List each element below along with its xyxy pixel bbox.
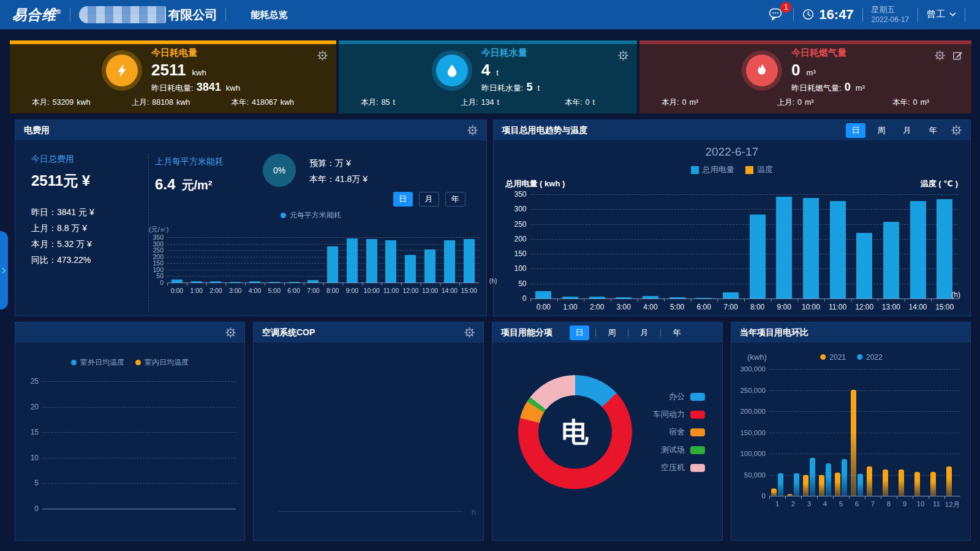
bar: [776, 197, 792, 298]
right-axis-label: 温度 ( ℃ ): [921, 178, 958, 189]
messages-button[interactable]: 1: [769, 8, 782, 21]
sqm-energy-value: 6.4: [155, 176, 175, 192]
kpi-value-row: 0m³: [791, 61, 865, 80]
chart-plot-row: 350300250200150100500: [146, 237, 479, 283]
nav-item-energy-overview[interactable]: 能耗总览: [251, 9, 287, 21]
bar: [307, 280, 318, 283]
edit-icon[interactable]: [952, 50, 963, 61]
user-name: 曾工: [927, 9, 945, 20]
tab-月[interactable]: 月: [419, 192, 439, 207]
kpi-stat-value: 0: [797, 98, 802, 107]
gear-icon[interactable]: [951, 125, 962, 135]
clock-icon: [802, 9, 814, 20]
mom-grouped-bar-chart: 300,000250,000200,000150,000100,00050,00…: [735, 369, 960, 509]
x-tick-label: 8:00: [323, 287, 342, 294]
tab-年[interactable]: 年: [445, 192, 466, 207]
kpi-yesterday-label: 昨日耗电量:: [151, 83, 194, 94]
cost-stat-row: 昨日：3841 元 ¥: [31, 204, 148, 220]
x-unit-label: (h): [951, 291, 960, 299]
gear-icon[interactable]: [467, 125, 478, 135]
chart-plot-row: 300,000250,000200,000150,000100,00050,00…: [735, 369, 960, 496]
bar-group: [835, 369, 847, 496]
x-tick-label: 5: [833, 500, 849, 509]
x-tick-label: 12月: [944, 500, 960, 509]
legend-label: 总用电量: [703, 164, 734, 175]
company-suffix: 有限公司: [168, 7, 217, 23]
tab-年[interactable]: 年: [667, 325, 687, 340]
legend-label: 空压机: [661, 462, 685, 473]
kpi-title: 今日耗燃气量: [791, 47, 865, 59]
tab-日[interactable]: 日: [393, 192, 413, 207]
x-tick-label: 7:00: [717, 303, 744, 311]
legend-item-总用电量: 总用电量: [691, 164, 734, 175]
kpi-stat: 本月:85t: [361, 97, 398, 108]
bar-2022: [858, 474, 863, 496]
gear-icon[interactable]: [935, 50, 945, 61]
x-tick-label: 1: [769, 500, 785, 509]
gridline: [530, 298, 959, 299]
y-tick-label: 150,000: [740, 429, 766, 436]
budget-label: 预算：万 ¥: [309, 155, 368, 171]
kpi-stat-label: 本月:: [32, 98, 49, 107]
bar-2021: [771, 488, 777, 496]
x-tick-label: 1:00: [187, 287, 206, 294]
gridline: [769, 496, 960, 496]
drawer-expand-handle[interactable]: [0, 231, 8, 310]
kpi-yesterday-value: 3841: [197, 81, 221, 94]
kpi-stat: 本年:0m³: [892, 97, 932, 108]
temperature-legend: 室外日均温度室内日均温度: [15, 357, 244, 368]
bar: [288, 282, 300, 283]
x-tick-label: 10:00: [797, 303, 824, 311]
y-tick-label: 10: [31, 454, 39, 462]
bar: [269, 282, 280, 283]
x-tick-label: 1:00: [557, 303, 584, 311]
kpi-yesterday: 昨日耗电量:3841kwh: [151, 81, 240, 94]
gear-icon[interactable]: [317, 50, 328, 61]
gear-icon[interactable]: [464, 327, 475, 338]
legend-item-元每平方米能耗: 元每平方米能耗: [281, 210, 341, 221]
gridline: [42, 509, 236, 509]
kpi-actions: [618, 50, 628, 61]
tab-年[interactable]: 年: [923, 123, 943, 138]
bar: [210, 281, 221, 283]
tab-月[interactable]: 月: [635, 325, 654, 340]
tab-周[interactable]: 周: [602, 325, 622, 340]
notification-badge: 1: [780, 2, 791, 13]
kpi-stats-row: 本月:53209kwh上月:88108kwh本年:418067kwh: [10, 97, 336, 108]
plot-area: [167, 237, 479, 283]
gear-icon[interactable]: [225, 327, 236, 338]
bar: [616, 297, 631, 298]
budget-year-value: 本年：41.8万 ¥: [309, 171, 368, 187]
x-tick-label: 2:00: [584, 303, 611, 311]
bar: [643, 296, 658, 298]
panel-header: 项目总用电趋势与温度 日周月年: [494, 120, 971, 140]
tab-周[interactable]: 周: [872, 123, 891, 138]
legend-label: 车间动力: [653, 409, 685, 420]
y-tick-label: 300,000: [740, 365, 766, 373]
y-tick-label: 20: [31, 403, 39, 411]
user-menu[interactable]: 曾工: [927, 9, 956, 20]
bar-chart: (元/㎡)3503002502001501005000:001:002:003:…: [146, 225, 479, 294]
panel-title: 当年项目用电环比: [740, 327, 809, 338]
y-tick-label: 0: [34, 504, 39, 513]
tab-月[interactable]: 月: [897, 123, 917, 138]
bar-group: [803, 369, 815, 496]
tab-日[interactable]: 日: [570, 325, 589, 340]
kpi-stat-unit: m³: [805, 98, 814, 107]
bar: [249, 281, 260, 283]
gear-icon[interactable]: [618, 50, 628, 61]
legend-label: 室内日均温度: [145, 357, 189, 368]
tab-日[interactable]: 日: [846, 123, 865, 138]
budget-progress-circle: 0%: [263, 154, 296, 187]
kpi-stat-label: 上月:: [777, 98, 794, 107]
budget-progress-value: 0%: [273, 165, 285, 175]
x-tick-label: 7:00: [303, 287, 323, 294]
y-tick-label: 0: [762, 492, 766, 500]
bar-group: [851, 369, 863, 496]
kpi-stats-row: 本月:0m³上月:0m³本年:0m³: [639, 97, 971, 108]
bar-2022: [794, 473, 799, 496]
kpi-stat-value: 88108: [152, 98, 173, 107]
y-tick-label: 250,000: [740, 387, 766, 394]
kpi-yesterday-label: 昨日耗水量:: [481, 83, 524, 94]
legend-swatch: [690, 446, 705, 454]
